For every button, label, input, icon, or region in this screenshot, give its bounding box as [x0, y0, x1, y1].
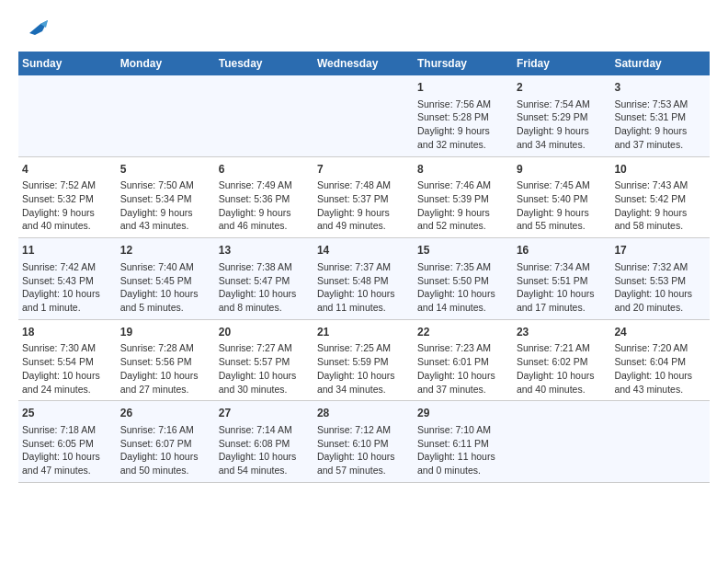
- day-header-friday: Friday: [513, 52, 611, 75]
- calendar-cell: [513, 401, 611, 483]
- calendar-cell: 7Sunrise: 7:48 AM Sunset: 5:37 PM Daylig…: [313, 156, 414, 238]
- day-number: 24: [614, 325, 706, 340]
- calendar-cell: 21Sunrise: 7:25 AM Sunset: 5:59 PM Dayli…: [313, 319, 414, 401]
- calendar-cell: 18Sunrise: 7:30 AM Sunset: 5:54 PM Dayli…: [18, 319, 117, 401]
- logo-bird-icon: [22, 15, 48, 40]
- calendar-cell: 9Sunrise: 7:45 AM Sunset: 5:40 PM Daylig…: [513, 156, 611, 238]
- day-number: 10: [614, 162, 706, 178]
- day-number: 23: [517, 325, 608, 340]
- calendar-week-row: 1Sunrise: 7:56 AM Sunset: 5:28 PM Daylig…: [18, 75, 710, 156]
- calendar-cell: 17Sunrise: 7:32 AM Sunset: 5:53 PM Dayli…: [610, 238, 710, 320]
- day-header-monday: Monday: [117, 52, 215, 75]
- calendar-cell: 1Sunrise: 7:56 AM Sunset: 5:28 PM Daylig…: [414, 75, 513, 156]
- day-number: 22: [417, 325, 509, 340]
- day-number: 9: [517, 162, 608, 178]
- calendar-cell: 10Sunrise: 7:43 AM Sunset: 5:42 PM Dayli…: [610, 156, 710, 238]
- day-info-text: Sunrise: 7:34 AM Sunset: 5:51 PM Dayligh…: [517, 260, 608, 315]
- day-info-text: Sunrise: 7:10 AM Sunset: 6:11 PM Dayligh…: [417, 423, 509, 477]
- day-number: 14: [317, 243, 410, 259]
- day-info-text: Sunrise: 7:45 AM Sunset: 5:40 PM Dayligh…: [517, 178, 608, 233]
- day-number: 2: [517, 80, 608, 96]
- calendar-cell: [18, 75, 117, 156]
- day-info-text: Sunrise: 7:43 AM Sunset: 5:42 PM Dayligh…: [614, 178, 706, 233]
- day-info-text: Sunrise: 7:40 AM Sunset: 5:45 PM Dayligh…: [120, 260, 211, 315]
- day-info-text: Sunrise: 7:46 AM Sunset: 5:39 PM Dayligh…: [417, 178, 509, 233]
- calendar-cell: [117, 75, 215, 156]
- day-number: 17: [614, 243, 706, 259]
- day-info-text: Sunrise: 7:32 AM Sunset: 5:53 PM Dayligh…: [614, 260, 706, 315]
- day-number: 28: [317, 406, 410, 421]
- day-number: 3: [614, 80, 706, 96]
- calendar-cell: 14Sunrise: 7:37 AM Sunset: 5:48 PM Dayli…: [313, 238, 414, 320]
- calendar-cell: [313, 75, 414, 156]
- calendar-cell: 2Sunrise: 7:54 AM Sunset: 5:29 PM Daylig…: [513, 75, 611, 156]
- day-number: 19: [120, 325, 211, 340]
- day-header-saturday: Saturday: [610, 52, 710, 75]
- calendar-week-row: 18Sunrise: 7:30 AM Sunset: 5:54 PM Dayli…: [18, 319, 710, 401]
- day-info-text: Sunrise: 7:23 AM Sunset: 6:01 PM Dayligh…: [417, 341, 509, 396]
- calendar-table: SundayMondayTuesdayWednesdayThursdayFrid…: [18, 52, 710, 483]
- day-number: 26: [120, 406, 211, 421]
- day-number: 18: [22, 325, 113, 340]
- day-header-tuesday: Tuesday: [215, 52, 313, 75]
- calendar-cell: 8Sunrise: 7:46 AM Sunset: 5:39 PM Daylig…: [414, 156, 513, 238]
- day-number: 13: [219, 243, 310, 259]
- day-number: 11: [22, 243, 113, 259]
- day-number: 16: [517, 243, 608, 259]
- day-number: 29: [417, 406, 509, 421]
- day-number: 8: [417, 162, 509, 178]
- calendar-cell: 29Sunrise: 7:10 AM Sunset: 6:11 PM Dayli…: [414, 401, 513, 483]
- calendar-cell: 11Sunrise: 7:42 AM Sunset: 5:43 PM Dayli…: [18, 238, 117, 320]
- calendar-cell: 6Sunrise: 7:49 AM Sunset: 5:36 PM Daylig…: [215, 156, 313, 238]
- day-header-wednesday: Wednesday: [313, 52, 414, 75]
- calendar-cell: [610, 401, 710, 483]
- day-info-text: Sunrise: 7:49 AM Sunset: 5:36 PM Dayligh…: [219, 178, 310, 233]
- calendar-cell: 13Sunrise: 7:38 AM Sunset: 5:47 PM Dayli…: [215, 238, 313, 320]
- calendar-cell: 25Sunrise: 7:18 AM Sunset: 6:05 PM Dayli…: [18, 401, 117, 483]
- calendar-cell: [215, 75, 313, 156]
- calendar-week-row: 11Sunrise: 7:42 AM Sunset: 5:43 PM Dayli…: [18, 238, 710, 320]
- day-number: 20: [219, 325, 310, 340]
- day-number: 5: [120, 162, 211, 178]
- day-info-text: Sunrise: 7:37 AM Sunset: 5:48 PM Dayligh…: [317, 260, 410, 315]
- day-info-text: Sunrise: 7:48 AM Sunset: 5:37 PM Dayligh…: [317, 178, 410, 233]
- page-header: [18, 15, 710, 44]
- day-info-text: Sunrise: 7:18 AM Sunset: 6:05 PM Dayligh…: [22, 423, 113, 477]
- day-number: 21: [317, 325, 410, 340]
- day-number: 27: [219, 406, 310, 421]
- calendar-cell: 16Sunrise: 7:34 AM Sunset: 5:51 PM Dayli…: [513, 238, 611, 320]
- day-number: 15: [417, 243, 509, 259]
- day-info-text: Sunrise: 7:38 AM Sunset: 5:47 PM Dayligh…: [219, 260, 310, 315]
- day-info-text: Sunrise: 7:25 AM Sunset: 5:59 PM Dayligh…: [317, 341, 410, 396]
- day-info-text: Sunrise: 7:28 AM Sunset: 5:56 PM Dayligh…: [120, 341, 211, 396]
- calendar-cell: 3Sunrise: 7:53 AM Sunset: 5:31 PM Daylig…: [610, 75, 710, 156]
- day-info-text: Sunrise: 7:56 AM Sunset: 5:28 PM Dayligh…: [417, 98, 509, 152]
- calendar-cell: 26Sunrise: 7:16 AM Sunset: 6:07 PM Dayli…: [117, 401, 215, 483]
- calendar-cell: 27Sunrise: 7:14 AM Sunset: 6:08 PM Dayli…: [215, 401, 313, 483]
- day-number: 12: [120, 243, 211, 259]
- calendar-cell: 4Sunrise: 7:52 AM Sunset: 5:32 PM Daylig…: [18, 156, 117, 238]
- day-info-text: Sunrise: 7:27 AM Sunset: 5:57 PM Dayligh…: [219, 341, 310, 396]
- day-header-sunday: Sunday: [18, 52, 117, 75]
- day-header-thursday: Thursday: [414, 52, 513, 75]
- day-number: 7: [317, 162, 410, 178]
- day-number: 1: [417, 80, 509, 96]
- day-info-text: Sunrise: 7:54 AM Sunset: 5:29 PM Dayligh…: [517, 98, 608, 152]
- day-number: 4: [22, 162, 113, 178]
- day-number: 6: [219, 162, 310, 178]
- calendar-cell: 28Sunrise: 7:12 AM Sunset: 6:10 PM Dayli…: [313, 401, 414, 483]
- calendar-cell: 19Sunrise: 7:28 AM Sunset: 5:56 PM Dayli…: [117, 319, 215, 401]
- day-info-text: Sunrise: 7:35 AM Sunset: 5:50 PM Dayligh…: [417, 260, 509, 315]
- day-info-text: Sunrise: 7:20 AM Sunset: 6:04 PM Dayligh…: [614, 341, 706, 396]
- calendar-cell: 22Sunrise: 7:23 AM Sunset: 6:01 PM Dayli…: [414, 319, 513, 401]
- day-info-text: Sunrise: 7:16 AM Sunset: 6:07 PM Dayligh…: [120, 423, 211, 477]
- day-info-text: Sunrise: 7:52 AM Sunset: 5:32 PM Dayligh…: [22, 178, 113, 233]
- calendar-header-row: SundayMondayTuesdayWednesdayThursdayFrid…: [18, 52, 710, 75]
- calendar-cell: 20Sunrise: 7:27 AM Sunset: 5:57 PM Dayli…: [215, 319, 313, 401]
- day-info-text: Sunrise: 7:21 AM Sunset: 6:02 PM Dayligh…: [517, 341, 608, 396]
- logo: [18, 15, 48, 44]
- day-info-text: Sunrise: 7:12 AM Sunset: 6:10 PM Dayligh…: [317, 423, 410, 477]
- calendar-cell: 15Sunrise: 7:35 AM Sunset: 5:50 PM Dayli…: [414, 238, 513, 320]
- calendar-cell: 5Sunrise: 7:50 AM Sunset: 5:34 PM Daylig…: [117, 156, 215, 238]
- day-info-text: Sunrise: 7:53 AM Sunset: 5:31 PM Dayligh…: [614, 98, 706, 152]
